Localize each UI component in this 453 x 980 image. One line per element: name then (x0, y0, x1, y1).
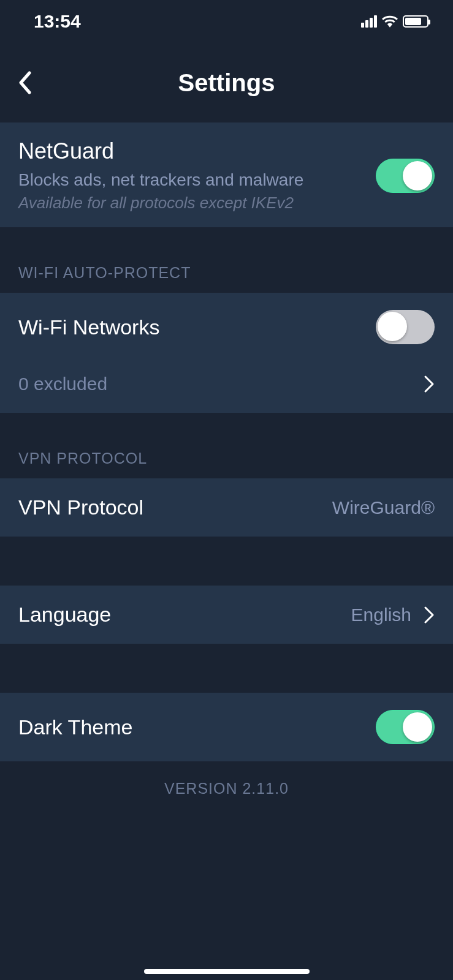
dark-theme-row: Dark Theme (0, 693, 453, 761)
netguard-title: NetGuard (18, 138, 303, 164)
wifi-networks-row: Wi-Fi Networks (0, 293, 453, 361)
wifi-excluded-text: 0 excluded (18, 374, 107, 394)
chevron-right-icon (424, 606, 435, 624)
battery-icon (403, 15, 428, 28)
netguard-toggle[interactable] (376, 159, 435, 193)
chevron-right-icon (424, 375, 435, 393)
wifi-networks-title: Wi-Fi Networks (18, 315, 159, 339)
wifi-networks-toggle[interactable] (376, 310, 435, 344)
wifi-excluded-row[interactable]: 0 excluded (0, 361, 453, 413)
vpn-protocol-value: WireGuard® (332, 497, 435, 518)
cellular-signal-icon (361, 15, 377, 28)
status-indicators (361, 15, 428, 28)
language-title: Language (18, 603, 111, 627)
back-button[interactable] (12, 70, 37, 95)
netguard-note: Available for all protocols except IKEv2 (18, 194, 303, 213)
status-time: 13:54 (34, 11, 81, 32)
version-label: VERSION 2.11.0 (0, 761, 453, 816)
chevron-left-icon (18, 71, 31, 94)
netguard-text: NetGuard Blocks ads, net trackers and ma… (18, 138, 303, 213)
netguard-subtitle: Blocks ads, net trackers and malware (18, 170, 303, 190)
home-indicator[interactable] (0, 969, 453, 974)
wifi-icon (382, 15, 398, 28)
vpn-section-label: VPN PROTOCOL (0, 413, 453, 478)
dark-theme-toggle[interactable] (376, 710, 435, 744)
wifi-section-label: WI-FI AUTO-PROTECT (0, 227, 453, 293)
header: Settings (0, 43, 453, 123)
status-bar: 13:54 (0, 0, 453, 43)
vpn-protocol-title: VPN Protocol (18, 496, 143, 519)
language-row[interactable]: Language English (0, 586, 453, 644)
netguard-row: NetGuard Blocks ads, net trackers and ma… (0, 123, 453, 227)
vpn-protocol-row[interactable]: VPN Protocol WireGuard® (0, 478, 453, 537)
language-value: English (351, 605, 411, 625)
divider (0, 644, 453, 693)
dark-theme-title: Dark Theme (18, 715, 132, 739)
divider (0, 537, 453, 586)
page-title: Settings (178, 69, 275, 97)
